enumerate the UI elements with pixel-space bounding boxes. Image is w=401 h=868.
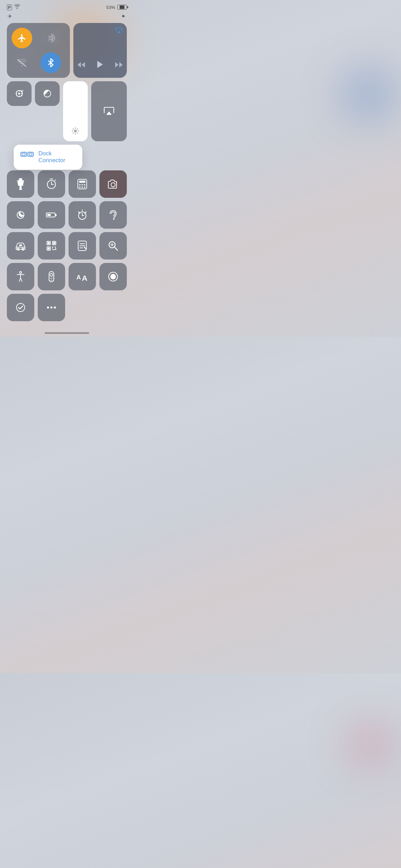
second-controls-row <box>7 81 127 141</box>
airplane-mode-button[interactable] <box>12 28 32 48</box>
svg-point-78 <box>50 280 50 281</box>
svg-point-38 <box>84 186 85 188</box>
flashlight-button[interactable] <box>7 170 34 198</box>
svg-point-1 <box>50 37 51 39</box>
calculator-button[interactable] <box>69 170 96 198</box>
svg-point-34 <box>82 184 83 185</box>
svg-rect-19 <box>21 152 26 156</box>
connectivity-panel <box>7 23 70 78</box>
svg-point-39 <box>111 183 115 187</box>
svg-point-37 <box>82 186 83 188</box>
magnifier-button[interactable] <box>99 232 127 260</box>
status-right: 53% <box>106 5 127 10</box>
svg-rect-21 <box>28 152 33 156</box>
status-left: P <box>7 4 20 10</box>
svg-line-15 <box>73 129 74 129</box>
timer-button[interactable] <box>38 170 65 198</box>
toggle-grid-3 <box>7 232 127 260</box>
svg-point-87 <box>50 306 52 309</box>
svg-line-63 <box>55 247 56 249</box>
svg-rect-57 <box>48 242 50 244</box>
svg-point-33 <box>79 184 81 185</box>
carplay-button[interactable] <box>7 232 34 260</box>
dock-connector-popup[interactable]: Dock Connector <box>14 145 82 170</box>
svg-rect-32 <box>79 181 85 183</box>
status-bar: P 53% <box>0 0 134 13</box>
toggle-grid-4: A A <box>7 263 127 290</box>
media-airplay-icon[interactable] <box>115 27 123 36</box>
wifi-button[interactable] <box>12 52 32 73</box>
toggle-grid-1 <box>7 170 127 198</box>
svg-point-77 <box>52 278 53 279</box>
svg-rect-25 <box>19 189 22 190</box>
partial-btn-2[interactable] <box>38 294 65 321</box>
svg-marker-3 <box>77 62 81 68</box>
svg-line-30 <box>55 180 56 181</box>
alarm-button[interactable] <box>69 201 96 229</box>
toggle-grid-2 <box>7 201 127 229</box>
do-not-disturb-button[interactable] <box>35 81 60 106</box>
svg-rect-59 <box>48 248 50 250</box>
airplay-panel-button[interactable] <box>91 81 127 141</box>
hearing-button[interactable] <box>99 201 127 229</box>
svg-line-17 <box>73 133 74 133</box>
notes-button[interactable] <box>69 232 96 260</box>
svg-rect-23 <box>19 178 22 180</box>
apple-tv-remote-button[interactable] <box>38 263 65 290</box>
svg-rect-20 <box>22 153 25 155</box>
accessibility-button[interactable] <box>7 263 34 290</box>
text-size-button[interactable]: A A <box>69 263 96 290</box>
brightness-sun-icon <box>71 127 80 137</box>
cellular-button[interactable] <box>40 28 61 48</box>
secondary-status-row: ✈ ► <box>0 13 134 23</box>
svg-marker-4 <box>82 62 85 68</box>
partial-btn-1[interactable] <box>7 294 34 321</box>
rewind-button[interactable] <box>75 60 87 72</box>
svg-marker-6 <box>115 62 119 68</box>
svg-line-16 <box>77 133 78 133</box>
dock-connector-icon <box>21 151 34 164</box>
parking-icon: P <box>7 4 12 10</box>
svg-rect-44 <box>47 214 51 216</box>
screen-record-button[interactable] <box>99 263 127 290</box>
svg-marker-7 <box>119 62 123 68</box>
svg-point-74 <box>50 274 53 276</box>
svg-point-79 <box>51 280 52 281</box>
svg-text:A: A <box>76 274 81 281</box>
battery-status-button[interactable] <box>38 201 65 229</box>
media-panel <box>73 23 127 78</box>
controls-section: Dock Connector <box>7 81 127 141</box>
svg-point-35 <box>84 184 85 185</box>
svg-line-18 <box>77 129 78 129</box>
rotation-lock-button[interactable] <box>7 81 32 106</box>
dock-connector-label: Dock Connector <box>38 150 75 164</box>
svg-marker-5 <box>97 61 103 68</box>
svg-point-80 <box>52 280 53 281</box>
svg-rect-43 <box>56 214 57 216</box>
wifi-icon <box>14 4 20 10</box>
camera-button[interactable] <box>99 170 127 198</box>
brightness-panel[interactable] <box>63 81 88 141</box>
fastforward-button[interactable] <box>113 60 125 72</box>
home-indicator <box>45 332 89 334</box>
svg-point-72 <box>20 272 22 274</box>
svg-line-69 <box>114 247 118 250</box>
svg-rect-58 <box>53 242 55 244</box>
svg-rect-22 <box>29 153 32 155</box>
top-panels-row <box>7 23 127 78</box>
partial-bottom-row <box>7 294 127 321</box>
svg-point-9 <box>18 93 20 95</box>
battery-icon <box>117 5 127 10</box>
svg-text:A: A <box>82 274 87 281</box>
svg-point-84 <box>110 274 116 279</box>
svg-point-88 <box>54 306 56 309</box>
dark-mode-button[interactable] <box>7 201 34 229</box>
battery-percent: 53% <box>106 5 115 10</box>
svg-point-10 <box>74 130 77 132</box>
play-button[interactable] <box>94 58 106 73</box>
svg-point-85 <box>16 303 25 312</box>
bluetooth-button[interactable] <box>40 52 61 73</box>
svg-point-76 <box>50 278 50 279</box>
code-scanner-button[interactable] <box>38 232 65 260</box>
svg-rect-53 <box>19 244 22 246</box>
